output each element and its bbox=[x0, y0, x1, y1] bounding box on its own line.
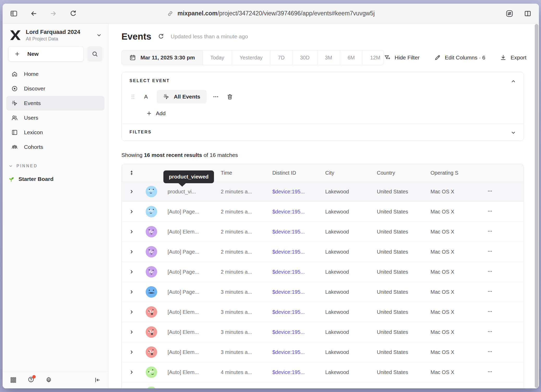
help-button[interactable] bbox=[28, 376, 34, 384]
table-row[interactable]: [Auto] Elem...2 minutes a...$device:195.… bbox=[122, 222, 524, 242]
distinct-id-link[interactable]: $device:195... bbox=[272, 189, 325, 195]
row-expander[interactable] bbox=[122, 329, 142, 335]
date-range-option-3m[interactable]: 3M bbox=[317, 50, 340, 65]
sidebar-item-events[interactable]: Events bbox=[6, 96, 104, 111]
row-actions-button[interactable] bbox=[476, 248, 524, 255]
sidebar-item-starter-board[interactable]: Starter Board bbox=[8, 176, 104, 182]
column-header[interactable]: City bbox=[325, 170, 377, 176]
sidebar: Lord Farquaad 2024 All Project Data New … bbox=[3, 23, 108, 388]
apps-grid-icon[interactable] bbox=[10, 377, 17, 383]
chevron-down-icon[interactable] bbox=[511, 130, 516, 136]
row-expander[interactable] bbox=[122, 350, 142, 355]
row-actions-button[interactable] bbox=[476, 228, 524, 235]
date-picker-button[interactable]: Mar 11, 2025 3:30 pm bbox=[122, 50, 202, 65]
date-range-option-30d[interactable]: 30D bbox=[292, 50, 317, 65]
column-header[interactable]: Time bbox=[221, 170, 272, 176]
date-range-option-today[interactable]: Today bbox=[202, 50, 232, 65]
page-settings-icon[interactable] bbox=[506, 10, 513, 17]
column-header[interactable]: Operating S bbox=[431, 170, 476, 176]
table-row[interactable]: [Auto] Page...3 minutes a...$device:195.… bbox=[122, 282, 524, 302]
distinct-id-link[interactable]: $device:195... bbox=[272, 249, 325, 255]
sidebar-footer bbox=[3, 371, 108, 388]
drag-handle-icon[interactable] bbox=[130, 93, 136, 100]
hide-filter-label: Hide Filter bbox=[395, 54, 420, 61]
column-header[interactable]: Country bbox=[377, 170, 431, 176]
row-actions-button[interactable] bbox=[476, 329, 524, 336]
distinct-id-link[interactable]: $device:195... bbox=[272, 229, 325, 235]
edit-columns-button[interactable]: Edit Columns · 6 bbox=[434, 54, 485, 61]
export-button[interactable]: Export bbox=[500, 54, 526, 61]
table-row[interactable]: [Auto] Page...2 minutes a...$device:195.… bbox=[122, 242, 524, 262]
row-expander[interactable] bbox=[122, 229, 142, 234]
event-avatar bbox=[142, 306, 161, 318]
row-actions-button[interactable] bbox=[476, 268, 524, 275]
date-range-option-7d[interactable]: 7D bbox=[270, 50, 292, 65]
trash-icon[interactable] bbox=[226, 93, 233, 100]
vertical-scrollbar[interactable] bbox=[535, 24, 538, 388]
new-button[interactable]: New bbox=[8, 46, 84, 62]
back-icon[interactable] bbox=[30, 10, 38, 17]
distinct-id-link[interactable]: $device:195... bbox=[272, 329, 325, 335]
kebab-icon bbox=[487, 349, 493, 354]
table-row[interactable]: [Auto] Elem...3 minutes a...$device:195.… bbox=[122, 322, 524, 342]
row-expander[interactable] bbox=[122, 249, 142, 254]
hide-filter-button[interactable]: Hide Filter bbox=[384, 54, 420, 61]
distinct-id-link[interactable]: $device:195... bbox=[272, 309, 325, 315]
distinct-id-link[interactable]: $device:195... bbox=[272, 369, 325, 375]
date-range-option-yesterday[interactable]: Yesterday bbox=[232, 50, 270, 65]
scrollbar-thumb[interactable] bbox=[535, 24, 538, 388]
row-actions-button[interactable] bbox=[476, 289, 524, 296]
sidebar-item-users[interactable]: Users bbox=[6, 111, 104, 125]
distinct-id-link[interactable]: $device:195... bbox=[272, 269, 325, 275]
event-avatar bbox=[142, 246, 161, 258]
row-actions-button[interactable] bbox=[476, 188, 524, 195]
table-row[interactable]: [Auto] Elem...4 minutes a...$device:195.… bbox=[122, 362, 524, 382]
pinned-section-header[interactable]: PINNED bbox=[8, 164, 104, 168]
calendar-icon bbox=[129, 54, 136, 61]
chevron-up-icon[interactable] bbox=[511, 78, 516, 84]
date-range-option-6m[interactable]: 6M bbox=[340, 50, 362, 65]
distinct-id-link[interactable]: $device:195... bbox=[272, 289, 325, 295]
chevron-down-icon bbox=[8, 164, 13, 168]
sidebar-item-home[interactable]: Home bbox=[6, 67, 104, 81]
event-selector-chip[interactable]: All Events bbox=[157, 90, 207, 103]
event-name-cell: [Auto] Elem... bbox=[161, 349, 221, 355]
add-event-button[interactable]: Add bbox=[146, 110, 516, 117]
collapse-sidebar-icon[interactable] bbox=[94, 377, 101, 383]
refresh-icon[interactable] bbox=[158, 33, 164, 40]
row-expander[interactable] bbox=[122, 289, 142, 295]
chevron-right-icon bbox=[129, 289, 134, 295]
sidebar-nav: HomeDiscoverEventsUsersLexiconCohorts bbox=[6, 67, 104, 154]
row-actions-button[interactable] bbox=[476, 309, 524, 316]
row-expander[interactable] bbox=[122, 309, 142, 315]
table-row[interactable]: [Auto] Elem...3 minutes a...$device:195.… bbox=[122, 342, 524, 362]
row-actions-button[interactable] bbox=[476, 349, 524, 356]
table-row[interactable]: [Auto] Page...2 minutes a...$device:195.… bbox=[122, 262, 524, 282]
row-expander[interactable] bbox=[122, 370, 142, 375]
column-header[interactable]: Distinct ID bbox=[272, 170, 325, 176]
row-actions-button[interactable] bbox=[476, 208, 524, 215]
more-options-icon[interactable] bbox=[212, 93, 219, 100]
split-view-icon[interactable] bbox=[524, 10, 532, 17]
row-expander[interactable] bbox=[122, 269, 142, 274]
sidebar-item-discover[interactable]: Discover bbox=[6, 81, 104, 96]
distinct-id-link[interactable]: $device:195... bbox=[272, 209, 325, 215]
sidebar-item-cohorts[interactable]: Cohorts bbox=[6, 140, 104, 154]
chevron-down-icon[interactable] bbox=[96, 32, 102, 38]
project-switcher[interactable]: Lord Farquaad 2024 All Project Data bbox=[9, 29, 102, 42]
gear-icon[interactable] bbox=[45, 377, 52, 383]
table-row[interactable] bbox=[122, 382, 524, 388]
distinct-id-link[interactable]: $device:195... bbox=[272, 349, 325, 355]
row-expander[interactable] bbox=[122, 209, 142, 214]
table-row[interactable]: [Auto] Page...2 minutes a...$device:195.… bbox=[122, 202, 524, 222]
search-button[interactable] bbox=[87, 46, 102, 62]
collapse-rows-header[interactable] bbox=[122, 170, 142, 176]
table-row[interactable]: [Auto] Elem...3 minutes a...$device:195.… bbox=[122, 302, 524, 322]
row-expander[interactable] bbox=[122, 189, 142, 194]
sidebar-item-lexicon[interactable]: Lexicon bbox=[6, 125, 104, 140]
row-actions-button[interactable] bbox=[476, 369, 524, 376]
sidebar-toggle-icon[interactable] bbox=[10, 10, 18, 17]
address-bar[interactable]: mixpanel.com/project/3472420/view/397469… bbox=[167, 10, 375, 17]
reload-icon[interactable] bbox=[69, 10, 77, 17]
date-range-option-12m[interactable]: 12M bbox=[362, 50, 384, 65]
